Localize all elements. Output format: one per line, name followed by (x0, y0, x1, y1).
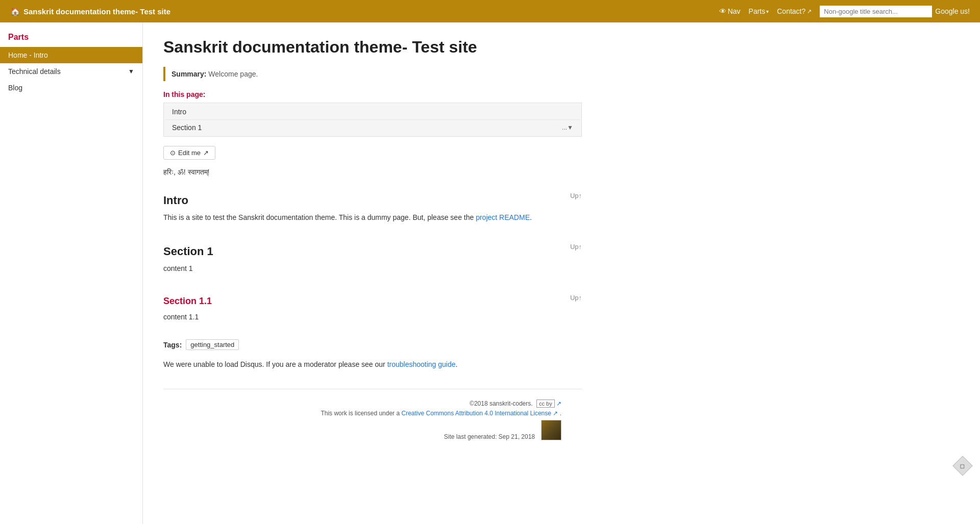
generated-text: Site last generated: Sep 21, 2018 (444, 433, 535, 440)
section-intro: Up↑ Intro This is a site to test the San… (163, 189, 582, 228)
external-link-icon: ↗ (807, 8, 812, 15)
cc-icon: cc by (536, 400, 555, 408)
sidebar-item-label: Home - Intro (8, 51, 48, 59)
chevron-down-icon: ▾ (766, 9, 769, 14)
sidebar-title: Parts (0, 33, 142, 47)
search-input[interactable] (820, 6, 932, 17)
sidebar-item-blog[interactable]: Blog (0, 80, 142, 96)
sanskrit-text: हरिः, ॐ! स्वागतम्! (163, 168, 582, 177)
toc-item-label: Section 1 (172, 123, 202, 132)
github-icon: ⊙ (170, 149, 176, 157)
in-this-page-label: In this page: (163, 90, 582, 98)
tag-badge[interactable]: getting_started (186, 339, 239, 350)
home-icon: 🏠 (10, 7, 20, 16)
brand-title: Sanskrit documentation theme- Test site (23, 7, 170, 16)
google-button[interactable]: Google us! (935, 7, 970, 15)
edit-me-button[interactable]: ⊙ Edit me ↗ (163, 146, 215, 160)
sidebar-item-label: Blog (8, 84, 22, 92)
sidebar-item-home-intro[interactable]: Home - Intro (0, 47, 142, 63)
tags-row: Tags: getting_started (163, 339, 582, 350)
footer-thumbnail (541, 420, 561, 440)
cc-license-ext-link[interactable]: ↗ (556, 400, 561, 407)
toc-item[interactable]: Intro (165, 104, 580, 120)
contact-link[interactable]: Contact? ↗ (777, 7, 812, 15)
footer-bottom: Site last generated: Sep 21, 2018 (184, 420, 561, 440)
toc-item[interactable]: Section 1 ...▼ (165, 120, 580, 135)
table-of-contents: Intro Section 1 ...▼ (163, 103, 582, 137)
section-heading-1: Section 1 (163, 245, 582, 258)
page-title: Sanskrit documentation theme- Test site (163, 38, 582, 57)
section-1-1: Up↑ Section 1.1 content 1.1 (163, 291, 582, 327)
disqus-message: We were unable to load Disqus. If you ar… (163, 360, 582, 368)
sidebar-item-technical-details[interactable]: Technical details ▼ (0, 63, 142, 80)
summary-label: Summary: (172, 70, 206, 78)
license-link[interactable]: Creative Commons Attribution 4.0 Interna… (401, 410, 551, 417)
page-wrap: Parts Home - Intro Technical details ▼ B… (0, 22, 980, 524)
top-navbar: 🏠 Sanskrit documentation theme- Test sit… (0, 0, 980, 22)
section-1-1-content: content 1.1 (163, 313, 582, 321)
sidebar-arrow: ▼ (128, 68, 134, 75)
main-content: Sanskrit documentation theme- Test site … (143, 22, 602, 524)
license-prefix: This work is licensed under a (321, 410, 401, 417)
project-readme-link[interactable]: project README (476, 213, 530, 221)
external-link-icon: ↗ (203, 149, 209, 157)
tags-label: Tags: (163, 341, 182, 349)
toc-expand: ...▼ (562, 124, 573, 131)
troubleshooting-guide-link[interactable]: troubleshooting guide (387, 360, 456, 368)
up-link-section1[interactable]: Up↑ (570, 243, 582, 251)
summary-text: Welcome page. (208, 70, 258, 78)
eye-icon: 👁 (719, 7, 726, 15)
copyright-text: ©2018 sanskrit-coders. (470, 400, 533, 407)
sidebar: Parts Home - Intro Technical details ▼ B… (0, 22, 143, 524)
section-heading-1-1: Section 1.1 (163, 296, 582, 307)
section-1-content: content 1 (163, 264, 582, 272)
up-link-section1-1[interactable]: Up↑ (570, 294, 582, 302)
license-ext-link[interactable]: ↗ (553, 410, 558, 417)
parts-dropdown[interactable]: Parts ▾ (749, 7, 769, 15)
nav-links: 👁 Nav Parts ▾ Contact? ↗ (719, 7, 812, 15)
section-1: Up↑ Section 1 content 1 (163, 240, 582, 279)
nav-link[interactable]: 👁 Nav (719, 7, 741, 15)
summary-box: Summary: Welcome page. (163, 67, 582, 81)
page-footer: ©2018 sanskrit-coders. cc by ↗ This work… (163, 389, 582, 451)
brand-link[interactable]: 🏠 Sanskrit documentation theme- Test sit… (10, 7, 170, 16)
toc-item-label: Intro (172, 108, 186, 116)
section-intro-content: This is a site to test the Sanskrit docu… (163, 213, 582, 221)
up-link-intro[interactable]: Up↑ (570, 192, 582, 199)
section-heading-intro: Intro (163, 194, 582, 207)
sidebar-item-label: Technical details (8, 67, 61, 76)
